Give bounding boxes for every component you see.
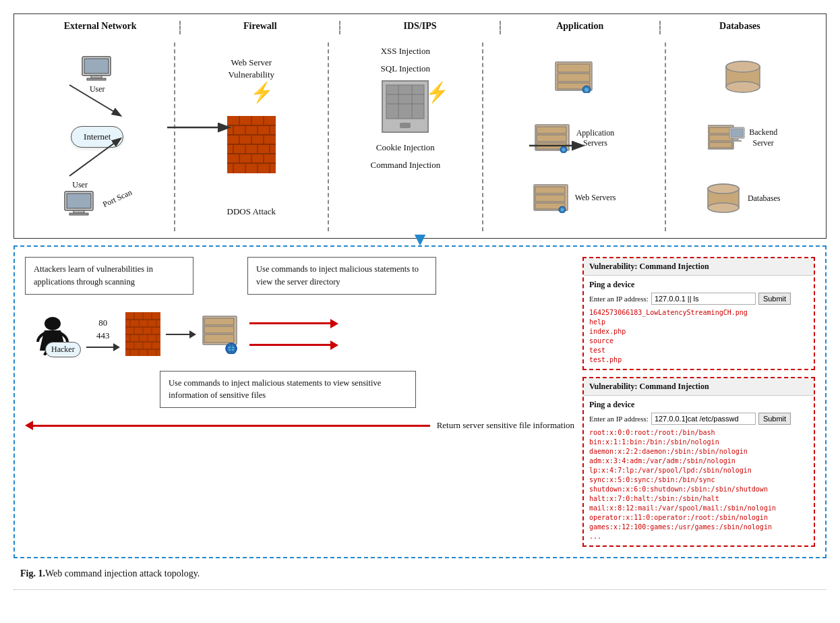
ip-label-1: Enter an IP address:: [589, 295, 649, 303]
sensitive-callout-box: Use commands to inject malicious stateme…: [160, 371, 416, 409]
vuln-right-panel: Vulnerability: Command Injection Ping a …: [582, 257, 815, 547]
port-labels: 80443: [96, 317, 110, 341]
vuln-title-2: Vulnerability: Command Injection: [584, 378, 814, 396]
db-icon-2: [705, 183, 742, 214]
vuln-box-2: Vulnerability: Command Injection Ping a …: [582, 377, 815, 547]
sql-injection-label: SQL Injection: [381, 63, 431, 74]
svg-rect-69: [709, 142, 732, 148]
xss-injection-label: XSS Injection: [381, 46, 430, 57]
user-label-top: User: [90, 84, 105, 94]
ip-label-2: Enter an IP address:: [589, 415, 649, 423]
ip-input-1[interactable]: [651, 293, 756, 305]
svg-rect-51: [537, 127, 566, 134]
code-output-1: 1642573066183_LowLatencyStreamingCH.png …: [589, 308, 808, 365]
hacker-figure: Hacker: [25, 312, 81, 357]
backend-server-label: BackendServer: [749, 127, 777, 148]
return-label: Return server sensitive file information: [437, 420, 574, 431]
svg-rect-73: [731, 140, 742, 142]
col-header-firewall: Firewall: [181, 21, 339, 34]
svg-rect-68: [709, 135, 732, 141]
databases-label: Databases: [748, 194, 781, 204]
ddos-attack-label: DDOS Attack: [227, 206, 276, 217]
col-header-db: Databases: [661, 21, 819, 34]
col-header-app: Application: [501, 21, 659, 34]
svg-rect-71: [731, 129, 743, 137]
submit-btn-2[interactable]: Submit: [758, 413, 791, 425]
databases-col: BackendServer Databases: [666, 42, 819, 231]
vuln-title-1: Vulnerability: Command Injection: [584, 258, 814, 276]
svg-rect-113: [204, 334, 234, 343]
ext-network-col: User Internet User: [21, 42, 174, 231]
backend-server-icon: [708, 122, 745, 154]
app-server-icon-2: [534, 123, 571, 153]
code-output-2: root:x:0:0:root:/root:/bin/bash bin:x:1:…: [589, 428, 808, 541]
attackers-callout-box: Attackers learn of vulnerabilities in ap…: [25, 257, 193, 295]
firewall-icon: [227, 116, 276, 173]
ids-col: XSS Injection SQL Injection Cookie Injec…: [329, 42, 482, 231]
svg-rect-57: [535, 187, 565, 194]
svg-point-55: [562, 148, 565, 151]
svg-rect-7: [69, 213, 88, 215]
web-server-vuln-label: Web ServerVulnerability: [229, 57, 275, 81]
bottom-dotted-border: [13, 589, 827, 590]
svg-rect-38: [386, 85, 424, 119]
firewall-mini-icon: [125, 312, 160, 356]
computer-icon-bottom: [61, 190, 98, 218]
ip-input-2[interactable]: [651, 413, 756, 425]
svg-rect-58: [535, 195, 565, 202]
lightning-2: ⚡: [425, 81, 450, 105]
svg-point-64: [726, 82, 760, 92]
svg-point-65: [726, 61, 760, 72]
svg-rect-111: [204, 318, 234, 325]
web-server-bottom-icon: [202, 315, 241, 354]
col-header-ext: External Network: [21, 21, 179, 34]
vuln-box-1: Vulnerability: Command Injection Ping a …: [582, 257, 815, 370]
svg-rect-46: [558, 73, 590, 82]
svg-point-4: [96, 75, 97, 76]
svg-rect-72: [733, 138, 739, 140]
command-injection-label: Command Injection: [371, 160, 441, 171]
svg-rect-45: [558, 64, 590, 72]
ping-label-2: Ping a device: [589, 400, 808, 410]
down-arrow-blue: ▼: [411, 229, 429, 250]
hacker-label: Hacker: [51, 345, 75, 354]
bottom-left-panel: Attackers learn of vulnerabilities in ap…: [25, 257, 574, 547]
svg-rect-43: [400, 123, 411, 128]
svg-rect-67: [709, 127, 732, 134]
svg-point-76: [708, 203, 739, 212]
svg-point-9: [78, 210, 80, 211]
svg-point-49: [584, 88, 589, 92]
return-arrow-left: [25, 421, 430, 430]
svg-rect-52: [537, 135, 566, 142]
fig-label: Fig. 1.: [20, 568, 45, 579]
ids-icon: [381, 80, 429, 134]
submit-btn-1[interactable]: Submit: [758, 293, 791, 305]
application-col: ApplicationServers Web Servers: [483, 42, 665, 231]
svg-point-82: [44, 317, 61, 330]
app-server-icon-1: [554, 61, 595, 93]
svg-rect-2: [87, 78, 106, 80]
figure-caption: Fig. 1. Web command injection attack top…: [20, 568, 827, 579]
cookie-injection-label: Cookie Injection: [376, 142, 435, 153]
web-servers-label: Web Servers: [575, 193, 616, 203]
web-server-icon: [533, 183, 570, 213]
svg-rect-112: [204, 326, 234, 333]
col-header-ids: IDS/IPS: [340, 21, 499, 34]
lightning-1: ⚡: [249, 81, 275, 105]
directory-callout-box: Use commands to inject malicious stateme…: [247, 257, 436, 295]
firewall-col: Web ServerVulnerability: [175, 42, 328, 231]
port-scan-label: Port Scan: [101, 187, 133, 210]
ping-label-1: Ping a device: [589, 280, 808, 290]
svg-point-61: [560, 208, 564, 211]
computer-icon-top: [79, 55, 116, 84]
fig-text: Web command injection attack topology.: [45, 568, 200, 579]
db-icon-1: [723, 60, 763, 94]
internet-cloud: Internet: [71, 126, 123, 148]
app-servers-label: ApplicationServers: [576, 128, 615, 148]
user-label-bottom: User: [72, 180, 88, 190]
svg-rect-8: [67, 194, 91, 208]
svg-point-77: [708, 184, 739, 194]
svg-rect-3: [84, 59, 109, 73]
